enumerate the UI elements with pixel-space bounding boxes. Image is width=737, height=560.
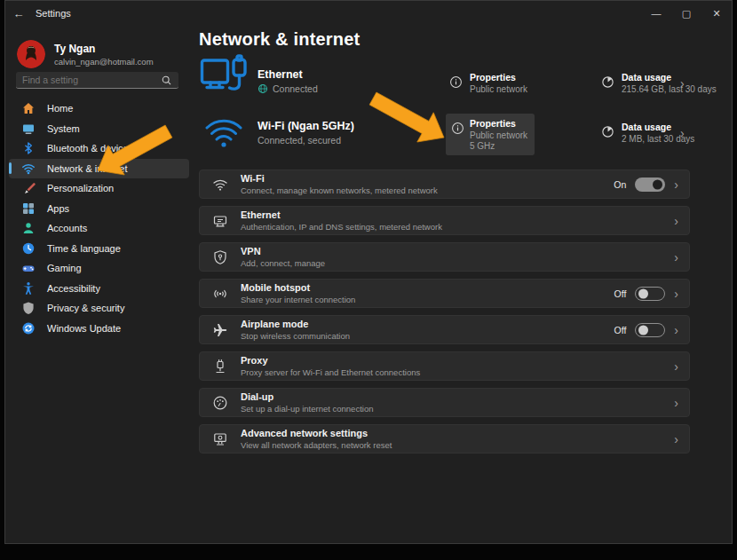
airplane-mode-toggle[interactable] bbox=[635, 323, 665, 337]
settings-row-airplane-mode[interactable]: Airplane mode Stop wireless communicatio… bbox=[199, 315, 690, 344]
sidebar-item-network-internet[interactable]: Network & internet bbox=[9, 159, 189, 179]
user-name: Ty Ngan bbox=[54, 43, 154, 55]
ethernet-hero[interactable]: Ethernet Connected bbox=[258, 68, 318, 94]
settings-row-proxy[interactable]: Proxy Proxy server for Wi-Fi and Etherne… bbox=[199, 351, 690, 381]
pie-chart-icon bbox=[601, 75, 614, 89]
row-subtitle: Stop wireless communication bbox=[241, 331, 614, 341]
chevron-right-icon[interactable]: › bbox=[674, 433, 678, 446]
app-title: Settings bbox=[36, 8, 71, 19]
wifi-icon bbox=[212, 177, 228, 193]
sidebar-item-privacy-security[interactable]: Privacy & security bbox=[9, 298, 189, 319]
chevron-right-icon[interactable]: › bbox=[674, 215, 678, 227]
connection-status: Connected bbox=[273, 83, 318, 94]
maximize-button[interactable]: ▢ bbox=[671, 1, 701, 26]
sidebar-item-bluetooth-devices[interactable]: Bluetooth & devices bbox=[9, 138, 189, 159]
brush-icon bbox=[21, 181, 36, 195]
settings-row-advanced-network-settings[interactable]: Advanced network settings View all netwo… bbox=[199, 424, 690, 454]
sidebar-item-label: Accessibility bbox=[47, 283, 100, 294]
ethernet-data-usage-link[interactable]: Data usage 215.64 GB, last 30 days bbox=[601, 72, 717, 94]
ethernet-properties-link[interactable]: Properties Public network bbox=[449, 72, 527, 94]
sidebar-item-personalization[interactable]: Personalization bbox=[9, 178, 189, 199]
info-icon bbox=[451, 122, 464, 135]
chevron-right-icon[interactable]: › bbox=[680, 127, 685, 139]
properties-label: Properties bbox=[470, 72, 527, 83]
sidebar-nav: Home System Bluetooth & devices Network … bbox=[9, 99, 189, 338]
wifi-properties-link[interactable]: Properties Public network 5 GHz bbox=[446, 114, 535, 155]
back-button[interactable]: ← bbox=[5, 7, 32, 20]
chevron-right-icon[interactable]: › bbox=[674, 397, 678, 409]
settings-window: ← Settings — ▢ ✕ Ty Ngan calvin_ngan@hot… bbox=[4, 0, 733, 544]
sidebar-item-home[interactable]: Home bbox=[9, 99, 189, 119]
toggle-knob bbox=[638, 325, 648, 335]
row-title: Airplane mode bbox=[241, 319, 614, 329]
vpn-shield-icon bbox=[212, 249, 228, 265]
properties-detail: Public network bbox=[470, 130, 527, 140]
mobile-hotspot-toggle[interactable] bbox=[635, 287, 665, 301]
row-subtitle: Set up a dial-up internet connection bbox=[241, 404, 674, 414]
toggle-state-label: On bbox=[614, 179, 626, 190]
settings-row-mobile-hotspot[interactable]: Mobile hotspot Share your internet conne… bbox=[199, 279, 690, 308]
sidebar-item-label: Bluetooth & devices bbox=[47, 143, 133, 154]
ethernet-icon bbox=[212, 213, 228, 229]
minimize-button[interactable]: — bbox=[641, 1, 671, 26]
wifi-hero-icon bbox=[204, 116, 243, 148]
search-input[interactable] bbox=[22, 75, 161, 85]
data-usage-detail: 215.64 GB, last 30 days bbox=[622, 84, 717, 94]
airplane-icon bbox=[212, 322, 228, 338]
home-icon bbox=[21, 101, 36, 115]
properties-detail: Public network bbox=[470, 84, 527, 94]
chevron-right-icon[interactable]: › bbox=[674, 251, 678, 264]
sidebar-item-system[interactable]: System bbox=[9, 119, 189, 139]
connection-name: Wi-Fi (Ngan 5GHz) bbox=[258, 120, 354, 132]
settings-row-ethernet[interactable]: Ethernet Authentication, IP and DNS sett… bbox=[199, 206, 690, 235]
sidebar-item-windows-update[interactable]: Windows Update bbox=[9, 319, 189, 339]
clock-icon bbox=[21, 241, 36, 256]
settings-row-dial-up[interactable]: Dial-up Set up a dial-up internet connec… bbox=[199, 388, 690, 417]
sidebar-item-label: Privacy & security bbox=[47, 303, 124, 313]
row-title: VPN bbox=[241, 246, 674, 256]
sidebar-item-accessibility[interactable]: Accessibility bbox=[9, 279, 189, 299]
search-box[interactable] bbox=[16, 72, 178, 89]
wifi-toggle[interactable] bbox=[635, 177, 665, 192]
sidebar-item-label: Apps bbox=[47, 203, 69, 214]
toggle-knob bbox=[638, 288, 648, 298]
sidebar-item-label: System bbox=[47, 123, 80, 134]
settings-row-wifi[interactable]: Wi-Fi Connect, manage known networks, me… bbox=[199, 170, 690, 199]
avatar bbox=[17, 40, 45, 68]
bluetooth-icon bbox=[21, 141, 36, 155]
chevron-right-icon[interactable]: › bbox=[680, 77, 685, 90]
row-title: Proxy bbox=[241, 355, 674, 366]
advanced-network-icon bbox=[212, 431, 228, 447]
titlebar: ← Settings — ▢ ✕ bbox=[5, 1, 732, 26]
close-button[interactable]: ✕ bbox=[701, 1, 732, 26]
chevron-right-icon[interactable]: › bbox=[674, 360, 678, 373]
chevron-right-icon[interactable]: › bbox=[674, 178, 678, 191]
settings-row-vpn[interactable]: VPN Add, connect, manage › bbox=[199, 242, 690, 272]
sidebar-item-time-language[interactable]: Time & language bbox=[9, 239, 189, 259]
shield-icon bbox=[21, 301, 36, 315]
row-title: Ethernet bbox=[241, 209, 674, 220]
accessibility-icon bbox=[21, 281, 36, 296]
row-subtitle: Proxy server for Wi-Fi and Ethernet conn… bbox=[241, 367, 674, 377]
sidebar-item-label: Personalization bbox=[47, 183, 114, 193]
main-content: Network & internet Ethernet Connected Pr… bbox=[197, 26, 732, 543]
connection-status: Connected, secured bbox=[258, 135, 341, 146]
chevron-right-icon[interactable]: › bbox=[674, 324, 678, 336]
info-icon bbox=[449, 75, 463, 89]
toggle-state-label: Off bbox=[614, 325, 627, 335]
account-header[interactable]: Ty Ngan calvin_ngan@hotmail.com bbox=[17, 40, 154, 68]
sidebar-item-label: Gaming bbox=[47, 263, 82, 273]
search-icon bbox=[161, 75, 172, 86]
accounts-icon bbox=[21, 221, 36, 235]
row-title: Dial-up bbox=[241, 391, 674, 402]
sidebar-item-gaming[interactable]: Gaming bbox=[9, 258, 189, 279]
user-email: calvin_ngan@hotmail.com bbox=[54, 57, 154, 67]
pie-chart-icon bbox=[601, 125, 614, 138]
wifi-hero[interactable]: Wi-Fi (Ngan 5GHz) Connected, secured bbox=[258, 120, 354, 146]
wifi-icon bbox=[21, 162, 36, 176]
sidebar-item-accounts[interactable]: Accounts bbox=[9, 218, 189, 239]
proxy-icon bbox=[212, 359, 228, 375]
sidebar-item-apps[interactable]: Apps bbox=[9, 199, 189, 219]
sidebar: Ty Ngan calvin_ngan@hotmail.com Home Sys… bbox=[5, 26, 193, 543]
chevron-right-icon[interactable]: › bbox=[674, 288, 678, 300]
